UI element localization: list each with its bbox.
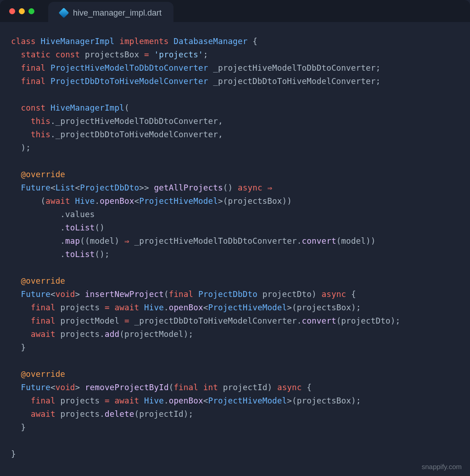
code-token: . [11,223,65,232]
code-token: ProjectHiveModel [208,303,287,312]
code-token: . [95,196,100,206]
code-token: } [11,343,26,352]
code-token: const [21,103,45,112]
code-token: () [223,183,233,192]
code-token: DatabaseManager [173,37,247,46]
code-token: projectsBox [80,50,144,59]
code-token: ._projectHiveModelToDbDtoConverter, [50,117,223,126]
code-token: . [164,396,169,405]
code-token: ProjectHiveModel [208,396,287,405]
code-token: openBox [169,303,203,312]
code-token: final [31,303,56,312]
code-token: . [164,303,169,312]
code-token: (projectDto); [336,316,401,325]
code-token: final [173,383,198,392]
dart-file-icon [59,8,69,18]
code-token: () [95,223,105,232]
code-token: < [50,383,56,392]
code-token: HiveManagerImpl [50,103,124,112]
code-token: 'projects' [154,50,203,59]
code-token: projectModel [56,316,124,325]
code-token: Hive [144,396,164,405]
code-token: int [203,383,218,392]
code-token: @override [21,276,65,286]
code-token: _projectHiveModelToDbDtoConverter. [129,236,302,246]
code-token: async [322,290,347,299]
code-token: = [105,303,110,312]
code-token: removeProjectById [85,383,169,392]
code-token: < [75,183,80,192]
code-token: void [56,383,75,392]
code-token: (projectsBox)) [223,196,292,206]
code-token: final [31,316,56,325]
code-token: ProjectDbDtoToHiveModelConverter [50,77,208,86]
code-token: implements [119,37,168,46]
code-token: projectDto) [257,290,317,299]
code-token: getAllProjects [154,183,223,192]
code-token: delete [105,409,134,419]
minimize-icon[interactable] [19,8,25,14]
code-token: < [203,303,208,312]
code-token: insertNewProject [85,290,164,299]
code-token: async [277,383,302,392]
code-token: map [65,236,80,246]
close-icon[interactable] [9,8,15,14]
code-token: ⇒ [124,236,129,246]
code-token: void [56,290,75,299]
code-token: _projectDbDtoToHiveModelConverter; [208,77,380,86]
code-token: . [11,250,65,259]
code-token: const [56,50,80,59]
code-token: class [11,37,36,46]
code-token: _projectHiveModelToDbDtoConverter; [208,63,380,73]
tab-filename: hive_manager_impl.dart [73,8,162,18]
code-token: async [238,183,263,192]
code-token: final [21,77,45,86]
code-token: (projectsBox); [292,396,361,405]
code-token: await [31,409,56,419]
code-token: (projectsBox); [292,303,361,312]
code-token: ( [11,196,45,206]
code-token: this [31,117,50,126]
code-token: > [287,396,292,405]
code-token: (); [95,250,110,259]
code-token: List [56,183,75,192]
code-token: openBox [169,396,203,405]
code-token: ProjectDbDto [80,183,139,192]
code-token: @override [21,170,65,179]
code-token: = [124,316,129,325]
code-token: .values [11,210,95,219]
window-titlebar: hive_manager_impl.dart [0,0,470,22]
maximize-icon[interactable] [28,8,34,14]
code-token: } [11,423,26,432]
code-editor-content: class HiveManagerImpl implements Databas… [0,22,470,474]
code-token: ( [124,103,129,112]
code-token: (projectModel); [119,330,193,339]
code-token: projects. [56,330,105,339]
code-token: ._projectDbDtoToHiveModelConverter, [50,130,223,139]
code-token: = [144,50,149,59]
code-token: this [31,130,50,139]
code-token: ; [203,50,208,59]
code-token: > [218,196,223,206]
code-token: > [75,383,80,392]
code-token: toList [65,250,95,259]
code-token: ProjectHiveModelToDbDtoConverter [50,63,208,73]
code-token: final [21,63,45,73]
code-token: } [11,449,16,459]
code-token: add [105,330,119,339]
code-token: _projectDbDtoToHiveModelConverter. [129,316,302,325]
code-token: ((model) [80,236,124,246]
code-token: await [115,396,140,405]
editor-tab[interactable]: hive_manager_impl.dart [48,2,173,24]
code-token: < [203,396,208,405]
code-token: ( [169,383,174,392]
code-token: convert [302,316,336,325]
code-token: ⇒ [267,183,272,192]
code-token: toList [65,223,95,232]
code-token: static [21,50,50,59]
code-token: (model)) [336,236,376,246]
code-token: { [247,37,257,46]
code-token: ( [164,290,169,299]
code-token: HiveManagerImpl [40,37,114,46]
code-token: < [134,196,139,206]
